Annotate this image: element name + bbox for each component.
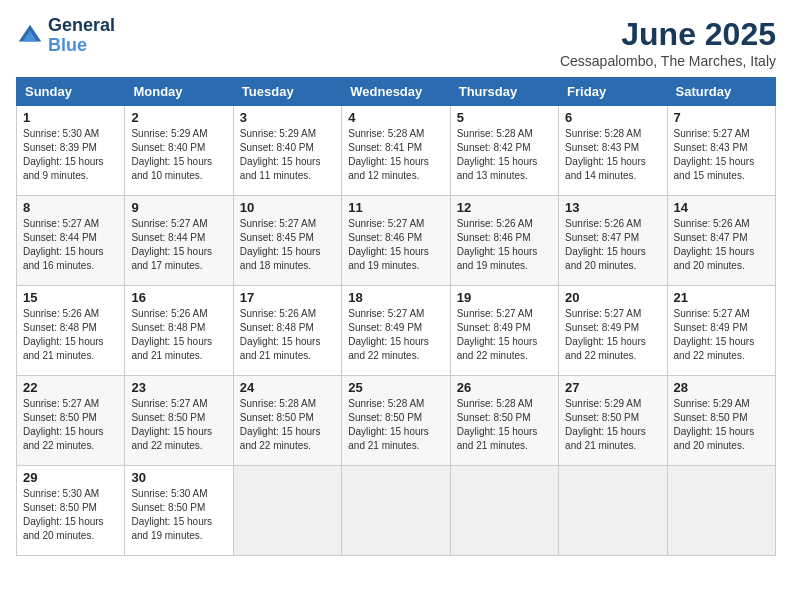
day-info: Sunrise: 5:28 AM Sunset: 8:50 PM Dayligh… — [457, 397, 552, 453]
calendar-cell: 7Sunrise: 5:27 AM Sunset: 8:43 PM Daylig… — [667, 106, 775, 196]
day-number: 8 — [23, 200, 118, 215]
logo: General Blue — [16, 16, 115, 56]
calendar-week-4: 22Sunrise: 5:27 AM Sunset: 8:50 PM Dayli… — [17, 376, 776, 466]
calendar-cell: 4Sunrise: 5:28 AM Sunset: 8:41 PM Daylig… — [342, 106, 450, 196]
day-info: Sunrise: 5:28 AM Sunset: 8:43 PM Dayligh… — [565, 127, 660, 183]
day-number: 7 — [674, 110, 769, 125]
day-number: 19 — [457, 290, 552, 305]
day-number: 10 — [240, 200, 335, 215]
day-info: Sunrise: 5:26 AM Sunset: 8:48 PM Dayligh… — [131, 307, 226, 363]
day-number: 17 — [240, 290, 335, 305]
calendar-cell: 8Sunrise: 5:27 AM Sunset: 8:44 PM Daylig… — [17, 196, 125, 286]
header: General Blue June 2025 Cessapalombo, The… — [16, 16, 776, 69]
day-number: 21 — [674, 290, 769, 305]
calendar-cell — [559, 466, 667, 556]
day-number: 16 — [131, 290, 226, 305]
calendar-cell: 23Sunrise: 5:27 AM Sunset: 8:50 PM Dayli… — [125, 376, 233, 466]
day-number: 5 — [457, 110, 552, 125]
calendar-cell: 27Sunrise: 5:29 AM Sunset: 8:50 PM Dayli… — [559, 376, 667, 466]
calendar-cell: 9Sunrise: 5:27 AM Sunset: 8:44 PM Daylig… — [125, 196, 233, 286]
calendar-cell: 15Sunrise: 5:26 AM Sunset: 8:48 PM Dayli… — [17, 286, 125, 376]
calendar-header-friday: Friday — [559, 78, 667, 106]
day-info: Sunrise: 5:27 AM Sunset: 8:44 PM Dayligh… — [131, 217, 226, 273]
day-info: Sunrise: 5:27 AM Sunset: 8:49 PM Dayligh… — [674, 307, 769, 363]
day-number: 30 — [131, 470, 226, 485]
day-number: 4 — [348, 110, 443, 125]
calendar-cell: 11Sunrise: 5:27 AM Sunset: 8:46 PM Dayli… — [342, 196, 450, 286]
day-info: Sunrise: 5:29 AM Sunset: 8:50 PM Dayligh… — [674, 397, 769, 453]
calendar-cell: 14Sunrise: 5:26 AM Sunset: 8:47 PM Dayli… — [667, 196, 775, 286]
calendar-header-saturday: Saturday — [667, 78, 775, 106]
day-number: 24 — [240, 380, 335, 395]
calendar-cell: 19Sunrise: 5:27 AM Sunset: 8:49 PM Dayli… — [450, 286, 558, 376]
day-info: Sunrise: 5:29 AM Sunset: 8:40 PM Dayligh… — [240, 127, 335, 183]
day-info: Sunrise: 5:27 AM Sunset: 8:46 PM Dayligh… — [348, 217, 443, 273]
day-info: Sunrise: 5:29 AM Sunset: 8:40 PM Dayligh… — [131, 127, 226, 183]
calendar-cell — [233, 466, 341, 556]
calendar-cell: 22Sunrise: 5:27 AM Sunset: 8:50 PM Dayli… — [17, 376, 125, 466]
calendar-cell: 28Sunrise: 5:29 AM Sunset: 8:50 PM Dayli… — [667, 376, 775, 466]
day-number: 25 — [348, 380, 443, 395]
calendar-cell: 16Sunrise: 5:26 AM Sunset: 8:48 PM Dayli… — [125, 286, 233, 376]
day-info: Sunrise: 5:27 AM Sunset: 8:50 PM Dayligh… — [23, 397, 118, 453]
day-info: Sunrise: 5:28 AM Sunset: 8:42 PM Dayligh… — [457, 127, 552, 183]
day-number: 15 — [23, 290, 118, 305]
day-info: Sunrise: 5:26 AM Sunset: 8:47 PM Dayligh… — [565, 217, 660, 273]
day-info: Sunrise: 5:28 AM Sunset: 8:50 PM Dayligh… — [240, 397, 335, 453]
calendar-cell — [450, 466, 558, 556]
day-number: 13 — [565, 200, 660, 215]
calendar-cell: 26Sunrise: 5:28 AM Sunset: 8:50 PM Dayli… — [450, 376, 558, 466]
day-info: Sunrise: 5:27 AM Sunset: 8:43 PM Dayligh… — [674, 127, 769, 183]
calendar-header-monday: Monday — [125, 78, 233, 106]
calendar-week-5: 29Sunrise: 5:30 AM Sunset: 8:50 PM Dayli… — [17, 466, 776, 556]
day-info: Sunrise: 5:29 AM Sunset: 8:50 PM Dayligh… — [565, 397, 660, 453]
day-number: 22 — [23, 380, 118, 395]
calendar-cell — [342, 466, 450, 556]
calendar-cell: 24Sunrise: 5:28 AM Sunset: 8:50 PM Dayli… — [233, 376, 341, 466]
day-number: 29 — [23, 470, 118, 485]
calendar-header-thursday: Thursday — [450, 78, 558, 106]
calendar-week-3: 15Sunrise: 5:26 AM Sunset: 8:48 PM Dayli… — [17, 286, 776, 376]
title-area: June 2025 Cessapalombo, The Marches, Ita… — [560, 16, 776, 69]
day-number: 1 — [23, 110, 118, 125]
location: Cessapalombo, The Marches, Italy — [560, 53, 776, 69]
day-info: Sunrise: 5:30 AM Sunset: 8:39 PM Dayligh… — [23, 127, 118, 183]
calendar-cell: 25Sunrise: 5:28 AM Sunset: 8:50 PM Dayli… — [342, 376, 450, 466]
day-number: 2 — [131, 110, 226, 125]
day-number: 18 — [348, 290, 443, 305]
calendar-cell: 30Sunrise: 5:30 AM Sunset: 8:50 PM Dayli… — [125, 466, 233, 556]
calendar-cell: 13Sunrise: 5:26 AM Sunset: 8:47 PM Dayli… — [559, 196, 667, 286]
day-info: Sunrise: 5:27 AM Sunset: 8:49 PM Dayligh… — [348, 307, 443, 363]
day-number: 26 — [457, 380, 552, 395]
calendar-cell: 21Sunrise: 5:27 AM Sunset: 8:49 PM Dayli… — [667, 286, 775, 376]
day-info: Sunrise: 5:27 AM Sunset: 8:44 PM Dayligh… — [23, 217, 118, 273]
calendar-cell: 2Sunrise: 5:29 AM Sunset: 8:40 PM Daylig… — [125, 106, 233, 196]
day-number: 11 — [348, 200, 443, 215]
day-number: 28 — [674, 380, 769, 395]
calendar-cell: 20Sunrise: 5:27 AM Sunset: 8:49 PM Dayli… — [559, 286, 667, 376]
day-number: 9 — [131, 200, 226, 215]
day-number: 27 — [565, 380, 660, 395]
day-info: Sunrise: 5:28 AM Sunset: 8:41 PM Dayligh… — [348, 127, 443, 183]
calendar-cell: 12Sunrise: 5:26 AM Sunset: 8:46 PM Dayli… — [450, 196, 558, 286]
calendar: SundayMondayTuesdayWednesdayThursdayFrid… — [16, 77, 776, 556]
day-info: Sunrise: 5:26 AM Sunset: 8:46 PM Dayligh… — [457, 217, 552, 273]
day-info: Sunrise: 5:27 AM Sunset: 8:49 PM Dayligh… — [565, 307, 660, 363]
day-number: 14 — [674, 200, 769, 215]
day-info: Sunrise: 5:27 AM Sunset: 8:45 PM Dayligh… — [240, 217, 335, 273]
calendar-cell: 29Sunrise: 5:30 AM Sunset: 8:50 PM Dayli… — [17, 466, 125, 556]
calendar-cell: 6Sunrise: 5:28 AM Sunset: 8:43 PM Daylig… — [559, 106, 667, 196]
day-info: Sunrise: 5:30 AM Sunset: 8:50 PM Dayligh… — [131, 487, 226, 543]
calendar-cell: 18Sunrise: 5:27 AM Sunset: 8:49 PM Dayli… — [342, 286, 450, 376]
calendar-header-sunday: Sunday — [17, 78, 125, 106]
day-number: 20 — [565, 290, 660, 305]
calendar-cell — [667, 466, 775, 556]
day-info: Sunrise: 5:27 AM Sunset: 8:50 PM Dayligh… — [131, 397, 226, 453]
day-info: Sunrise: 5:28 AM Sunset: 8:50 PM Dayligh… — [348, 397, 443, 453]
day-info: Sunrise: 5:27 AM Sunset: 8:49 PM Dayligh… — [457, 307, 552, 363]
calendar-cell: 1Sunrise: 5:30 AM Sunset: 8:39 PM Daylig… — [17, 106, 125, 196]
day-info: Sunrise: 5:26 AM Sunset: 8:48 PM Dayligh… — [240, 307, 335, 363]
logo-icon — [16, 22, 44, 50]
calendar-cell: 10Sunrise: 5:27 AM Sunset: 8:45 PM Dayli… — [233, 196, 341, 286]
month-title: June 2025 — [560, 16, 776, 53]
